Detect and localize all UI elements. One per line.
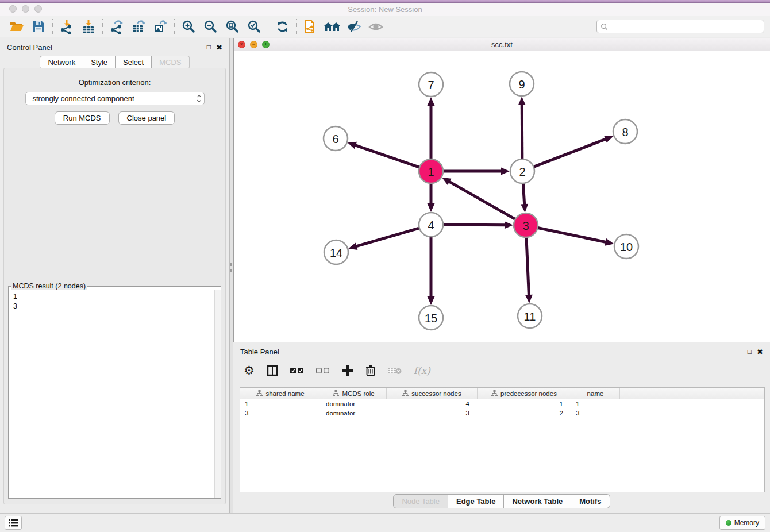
- add-row-icon[interactable]: [342, 365, 353, 376]
- home-button[interactable]: [321, 17, 343, 36]
- run-mcds-button[interactable]: Run MCDS: [55, 111, 110, 125]
- table-row[interactable]: 3dominator323: [240, 408, 764, 418]
- cell[interactable]: dominator: [321, 399, 387, 408]
- float-panel-icon[interactable]: □: [207, 44, 211, 51]
- column-header-name[interactable]: name: [571, 388, 620, 399]
- cell[interactable]: dominator: [321, 408, 387, 418]
- open-session-button[interactable]: [6, 17, 28, 36]
- houses-icon: [324, 20, 341, 33]
- refresh-button[interactable]: [271, 17, 293, 36]
- column-header-shared-name[interactable]: shared name: [240, 388, 321, 399]
- edge-3-11[interactable]: [526, 236, 529, 296]
- tab-network[interactable]: Network: [40, 56, 83, 69]
- node-label-8: 8: [622, 126, 628, 138]
- table-toolbar: ⚙: [244, 362, 770, 379]
- tab-node-table[interactable]: Node Table: [393, 494, 448, 508]
- tab-style[interactable]: Style: [83, 56, 116, 69]
- function-builder-icon: f(x): [414, 365, 430, 376]
- edge-3-1[interactable]: [448, 181, 516, 219]
- network-view[interactable]: 7968124314101511: [234, 51, 770, 342]
- cell[interactable]: 1: [240, 399, 321, 408]
- tab-edge-table[interactable]: Edge Table: [448, 494, 504, 508]
- deselect-all-icon[interactable]: [316, 367, 330, 374]
- result-scrollbar[interactable]: [214, 290, 221, 498]
- network-resize-grip[interactable]: [496, 340, 504, 341]
- column-header-predecessor-nodes[interactable]: predecessor nodes: [478, 388, 571, 399]
- column-header-MCDS-role[interactable]: MCDS role: [321, 388, 387, 399]
- mcds-result-text[interactable]: 1 3: [9, 290, 214, 498]
- criterion-dropdown[interactable]: strongly connected component: [25, 92, 205, 105]
- hide-selected-button[interactable]: [343, 17, 365, 36]
- zoom-selected-button[interactable]: [243, 17, 265, 36]
- save-session-button[interactable]: [28, 17, 49, 36]
- tab-network-table[interactable]: Network Table: [504, 494, 571, 508]
- network-maximize-button[interactable]: +: [262, 41, 270, 48]
- export-image-button[interactable]: [149, 17, 171, 36]
- edge-2-3[interactable]: [523, 182, 525, 205]
- import-table-button[interactable]: [78, 17, 99, 36]
- zoom-in-button[interactable]: [178, 17, 199, 36]
- show-all-button[interactable]: [365, 17, 387, 36]
- import-network-button[interactable]: [56, 17, 78, 36]
- select-all-icon[interactable]: [290, 367, 304, 374]
- edge-3-10[interactable]: [537, 228, 607, 242]
- network-close-button[interactable]: ✕: [238, 41, 245, 48]
- import-network-icon: [59, 19, 74, 34]
- tab-select[interactable]: Select: [116, 56, 152, 69]
- settings-gear-icon[interactable]: ⚙: [244, 364, 255, 377]
- cell[interactable]: 1: [478, 399, 571, 408]
- delete-row-icon[interactable]: [365, 365, 376, 376]
- edge-2-9[interactable]: [522, 104, 522, 160]
- cell[interactable]: 3: [387, 408, 478, 418]
- table-row[interactable]: 1dominator411: [240, 399, 764, 408]
- edge-4-3[interactable]: [442, 225, 506, 225]
- network-window-title: scc.txt: [491, 40, 513, 49]
- search-input[interactable]: [610, 22, 760, 30]
- edge-arrowhead: [348, 142, 357, 149]
- edge-arrowhead: [605, 238, 614, 246]
- tab-motifs[interactable]: Motifs: [571, 494, 610, 508]
- criterion-label: Optimization criterion:: [4, 78, 225, 87]
- network-window-titlebar[interactable]: ✕ − + scc.txt: [234, 38, 770, 51]
- cell[interactable]: 3: [240, 408, 321, 418]
- edge-4-14[interactable]: [356, 228, 421, 246]
- application-window: Session: New Session: [0, 0, 770, 532]
- edge-arrowhead: [428, 203, 435, 212]
- minimize-window-button[interactable]: [22, 5, 29, 13]
- mcds-pane: Optimization criterion: strongly connect…: [3, 68, 226, 504]
- cell[interactable]: 3: [571, 408, 620, 418]
- table-panel: Table Panel □ ✖ ⚙: [233, 342, 770, 513]
- close-panel-icon[interactable]: ✖: [216, 44, 222, 51]
- network-canvas[interactable]: 7968124314101511: [234, 51, 769, 342]
- main-titlebar: Session: New Session: [0, 3, 770, 16]
- clone-network-button[interactable]: [299, 17, 321, 36]
- import-table-icon: [81, 19, 96, 34]
- edge-1-6[interactable]: [355, 145, 421, 167]
- edge-2-8[interactable]: [533, 139, 607, 168]
- memory-button[interactable]: Memory: [719, 516, 765, 530]
- export-network-button[interactable]: [106, 17, 128, 36]
- column-label: name: [587, 390, 604, 397]
- cell[interactable]: 1: [571, 399, 620, 408]
- memory-label: Memory: [734, 519, 759, 527]
- float-table-panel-icon[interactable]: □: [748, 348, 752, 355]
- zoom-out-button[interactable]: [199, 17, 221, 36]
- network-minimize-button[interactable]: −: [250, 41, 257, 48]
- control-panel-header: Control Panel □ ✖: [0, 38, 229, 53]
- toolbar-separator: [268, 19, 268, 34]
- task-history-button[interactable]: [5, 516, 22, 530]
- cell[interactable]: 4: [387, 399, 478, 408]
- close-table-panel-icon[interactable]: ✖: [757, 348, 763, 356]
- search-field[interactable]: [596, 20, 764, 33]
- close-panel-button[interactable]: Close panel: [118, 111, 175, 125]
- close-window-button[interactable]: [9, 5, 17, 13]
- tab-mcds[interactable]: MCDS: [152, 56, 189, 69]
- column-header-successor-nodes[interactable]: successor nodes: [387, 388, 478, 399]
- zoom-window-button[interactable]: [34, 5, 42, 13]
- zoom-fit-button[interactable]: [221, 17, 243, 36]
- split-columns-icon[interactable]: [267, 365, 278, 376]
- node-table[interactable]: shared nameMCDS rolesuccessor nodesprede…: [240, 387, 765, 492]
- export-table-button[interactable]: [128, 17, 149, 36]
- node-label-4: 4: [428, 219, 434, 232]
- cell[interactable]: 2: [478, 408, 571, 418]
